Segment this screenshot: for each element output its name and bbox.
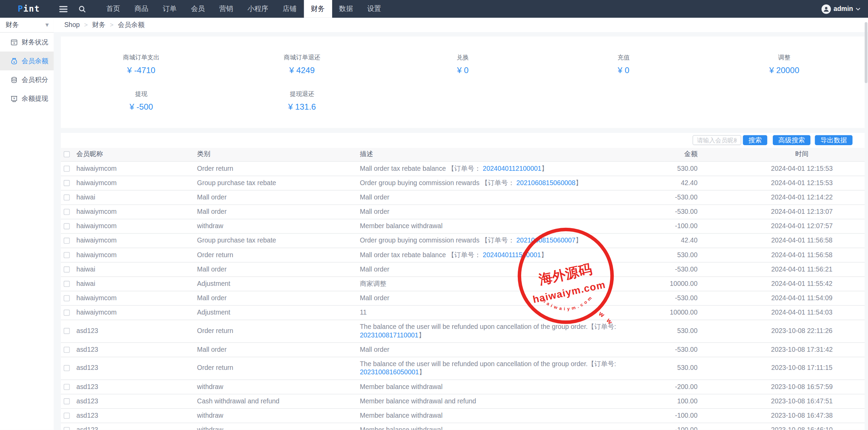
order-number-link[interactable]: 2024040112100001 — [483, 164, 541, 172]
cell-time: 2023-10-08 17:11:15 — [711, 357, 865, 379]
stat-value: ¥ 20000 — [704, 65, 865, 75]
table-row: asd123 withdraw Member balance withdrawa… — [61, 422, 865, 430]
cell-amount: 10000.00 — [664, 276, 711, 291]
sidebar-item-member-balance[interactable]: ¥ 会员余额 — [0, 52, 54, 70]
cell-description: Mall order — [360, 291, 664, 305]
column-header-time: 时间 — [711, 148, 865, 161]
cell-description: Member balance withdrawal — [360, 219, 664, 233]
row-checkbox[interactable] — [64, 384, 70, 390]
column-header-category: 类别 — [197, 148, 360, 161]
sidebar-item-member-points[interactable]: 会员积分 — [0, 70, 54, 89]
nav-tab[interactable]: 订单 — [156, 0, 184, 18]
row-checkbox[interactable] — [64, 427, 70, 430]
cell-time: 2024-04-01 11:56:21 — [711, 262, 865, 276]
sidebar-item-label: 会员余额 — [22, 56, 48, 66]
row-checkbox[interactable] — [64, 412, 70, 418]
search-button[interactable]: 搜索 — [743, 135, 767, 145]
chevron-down-icon — [856, 8, 860, 10]
nav-tab[interactable]: 设置 — [360, 0, 388, 18]
export-data-button[interactable]: 导出数据 — [815, 135, 852, 145]
table-row: asd123 Mall order Mall order -530.00 202… — [61, 342, 865, 357]
sidebar-item-label: 财务状况 — [22, 37, 48, 47]
sidebar-item-finance-status[interactable]: ¥ 财务状况 — [0, 33, 54, 52]
member-nickname-input[interactable] — [693, 135, 741, 145]
svg-text:¥: ¥ — [13, 41, 15, 44]
cell-category: Order return — [197, 248, 360, 262]
cell-time: 2024-04-01 11:54:03 — [711, 305, 865, 320]
description-text: Member balance withdrawal — [360, 222, 442, 230]
cell-nickname: haiwai — [76, 276, 197, 291]
order-number-link[interactable]: 2021060815060008 — [516, 179, 575, 186]
breadcrumb-item[interactable]: 财务 — [92, 20, 105, 30]
row-checkbox[interactable] — [64, 252, 70, 258]
order-number-link[interactable]: 2023100816050001 — [360, 368, 419, 376]
row-checkbox[interactable] — [64, 398, 70, 404]
row-checkbox[interactable] — [64, 346, 70, 352]
table-toolbar: 搜索 高级搜索 导出数据 — [61, 135, 865, 145]
order-number-link[interactable]: 2024040111520001 — [483, 251, 541, 259]
description-text: The balance of the user will be refunded… — [360, 360, 616, 367]
nav-tab[interactable]: 会员 — [184, 0, 212, 18]
order-number-link[interactable]: 2021060815060007 — [516, 236, 575, 244]
nav-tab[interactable]: 财务 — [304, 0, 332, 18]
sidebar-section-header[interactable]: 财务 ▾ — [0, 18, 54, 33]
stat-value: ¥ -500 — [61, 102, 222, 111]
nav-tab[interactable]: 商品 — [127, 0, 156, 18]
table-row: asd123 Order return The balance of the u… — [61, 320, 865, 342]
cashbox-icon: ¥ — [11, 39, 18, 46]
cell-amount: -200.00 — [664, 379, 711, 394]
row-checkbox[interactable] — [64, 328, 70, 334]
breadcrumb-item[interactable]: Shop — [64, 21, 80, 29]
money-bag-icon: ¥ — [11, 57, 18, 65]
sidebar-item-balance-withdrawal[interactable]: ¥ 余额提现 — [0, 89, 54, 108]
nav-tab[interactable]: 首页 — [99, 0, 127, 18]
nav-tab[interactable]: 店铺 — [275, 0, 304, 18]
advanced-search-button[interactable]: 高级搜索 — [773, 135, 810, 145]
nav-tab[interactable]: 数据 — [332, 0, 360, 18]
cell-category: Mall order — [197, 262, 360, 276]
row-checkbox[interactable] — [64, 266, 70, 272]
table-row: asd123 Order return The balance of the u… — [61, 357, 865, 379]
row-checkbox[interactable] — [64, 295, 70, 301]
description-text: 11 — [360, 308, 367, 316]
row-checkbox[interactable] — [64, 165, 70, 171]
withdraw-icon: ¥ — [11, 95, 18, 102]
row-checkbox[interactable] — [64, 309, 70, 316]
row-checkbox[interactable] — [64, 237, 70, 244]
stat-value: ¥ 0 — [382, 65, 543, 75]
row-checkbox[interactable] — [64, 223, 70, 229]
nav-tab[interactable]: 小程序 — [240, 0, 275, 18]
user-menu[interactable]: admin — [821, 0, 868, 18]
sidebar: 财务 ▾ ¥ 财务状况 ¥ 会员余额 会员积分 ¥ 余额提现 — [0, 18, 54, 430]
breadcrumb-item[interactable]: 会员余额 — [118, 20, 144, 30]
menu-toggle-icon[interactable] — [54, 0, 72, 18]
vertical-scrollbar[interactable] — [865, 22, 867, 83]
cell-time: 2024-04-01 11:54:09 — [711, 291, 865, 305]
row-checkbox[interactable] — [64, 209, 70, 215]
cell-nickname: haiwaiymcom — [76, 176, 197, 190]
description-text: Mall order tax rebate balance 【订单号： — [360, 164, 483, 172]
cell-category: withdraw — [197, 379, 360, 394]
cell-nickname: haiwaiymcom — [76, 305, 197, 320]
stat-value: ¥ 0 — [543, 65, 704, 75]
cell-amount: -530.00 — [664, 204, 711, 219]
stat-cell: 商城订单退还 ¥ 4249 — [222, 37, 382, 73]
cell-description: Mall order — [360, 204, 664, 219]
cell-amount: -100.00 — [664, 408, 711, 422]
row-checkbox[interactable] — [64, 180, 70, 186]
table-row: haiwaiymcom Mall order Mall order -530.0… — [61, 291, 865, 305]
row-checkbox[interactable] — [64, 194, 70, 200]
cell-amount: -100.00 — [664, 219, 711, 233]
column-header-description: 描述 — [360, 148, 664, 161]
row-checkbox[interactable] — [64, 280, 70, 287]
stat-label: 兑换 — [382, 53, 543, 61]
cell-description: The balance of the user will be refunded… — [360, 320, 664, 342]
select-all-checkbox[interactable] — [64, 151, 70, 157]
table-row: haiwaiymcom Order return Mall order tax … — [61, 161, 865, 176]
nav-tab[interactable]: 营销 — [212, 0, 240, 18]
avatar — [821, 4, 831, 14]
cell-nickname: haiwaiymcom — [76, 233, 197, 248]
search-icon[interactable] — [72, 0, 91, 18]
order-number-link[interactable]: 2023100817110001 — [360, 331, 418, 339]
row-checkbox[interactable] — [64, 365, 70, 371]
